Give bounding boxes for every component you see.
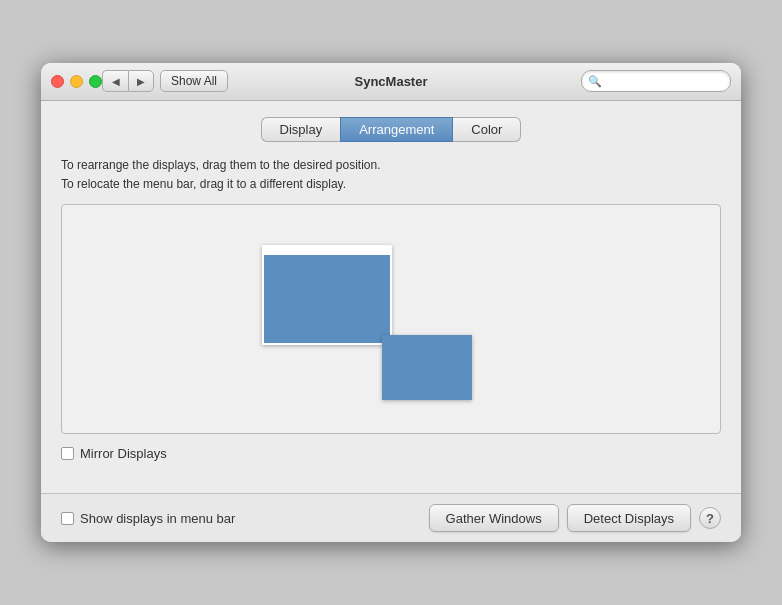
- minimize-button[interactable]: [70, 75, 83, 88]
- tab-color[interactable]: Color: [453, 117, 521, 142]
- show-in-menubar-checkbox[interactable]: [61, 512, 74, 525]
- window-title: SyncMaster: [355, 74, 428, 89]
- detect-displays-button[interactable]: Detect Displays: [567, 504, 691, 532]
- bottom-buttons: Gather Windows Detect Displays ?: [429, 504, 721, 532]
- show-in-menubar-row: Show displays in menu bar: [61, 511, 429, 526]
- titlebar-right: 🔍: [581, 70, 731, 92]
- description-line2: To relocate the menu bar, drag it to a d…: [61, 175, 721, 194]
- tab-bar: Display Arrangement Color: [61, 117, 721, 142]
- tab-arrangement[interactable]: Arrangement: [340, 117, 453, 142]
- nav-buttons: ◀ ▶: [102, 70, 154, 92]
- help-button[interactable]: ?: [699, 507, 721, 529]
- show-in-menubar-label: Show displays in menu bar: [80, 511, 235, 526]
- bottom-bar: Show displays in menu bar Gather Windows…: [41, 493, 741, 542]
- description-line1: To rearrange the displays, drag them to …: [61, 156, 721, 175]
- gather-windows-button[interactable]: Gather Windows: [429, 504, 559, 532]
- content-area: Display Arrangement Color To rearrange t…: [41, 101, 741, 493]
- maximize-button[interactable]: [89, 75, 102, 88]
- tab-display[interactable]: Display: [261, 117, 341, 142]
- mirror-displays-row: Mirror Displays: [61, 446, 721, 461]
- titlebar: ◀ ▶ Show All SyncMaster 🔍: [41, 63, 741, 101]
- display-main[interactable]: [262, 245, 392, 345]
- search-icon: 🔍: [588, 75, 602, 88]
- main-window: ◀ ▶ Show All SyncMaster 🔍 Display Arrang…: [41, 63, 741, 542]
- mirror-displays-label: Mirror Displays: [80, 446, 167, 461]
- mirror-displays-checkbox[interactable]: [61, 447, 74, 460]
- back-button[interactable]: ◀: [102, 70, 128, 92]
- search-input[interactable]: [605, 74, 724, 88]
- forward-button[interactable]: ▶: [128, 70, 154, 92]
- description-text: To rearrange the displays, drag them to …: [61, 156, 721, 194]
- close-button[interactable]: [51, 75, 64, 88]
- display-secondary[interactable]: [382, 335, 472, 400]
- arrangement-area[interactable]: [61, 204, 721, 434]
- search-box[interactable]: 🔍: [581, 70, 731, 92]
- menubar-indicator: [264, 247, 390, 255]
- show-all-button[interactable]: Show All: [160, 70, 228, 92]
- traffic-lights: [51, 75, 102, 88]
